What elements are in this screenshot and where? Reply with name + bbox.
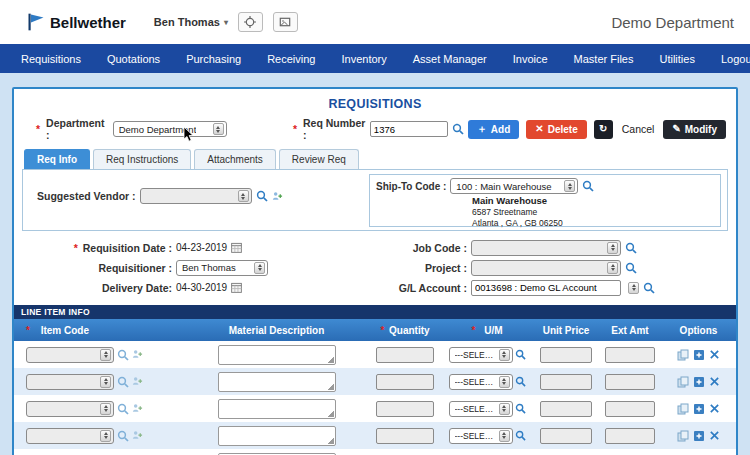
um-select[interactable]: ---SELECT- — [449, 401, 513, 417]
chevron-down-icon: ▾ — [224, 18, 228, 27]
col-material-description: Material Description — [184, 325, 369, 336]
calendar-icon[interactable] — [231, 242, 242, 253]
nav-invoice[interactable]: Invoice — [500, 53, 561, 65]
col-options: Options — [661, 325, 736, 336]
quantity-input — [376, 374, 434, 390]
tab-req-info[interactable]: Req Info — [24, 149, 90, 169]
nav-inventory[interactable]: Inventory — [328, 53, 399, 65]
tab-review-req[interactable]: Review Req — [279, 149, 359, 169]
search-icon[interactable] — [117, 403, 129, 415]
target-button[interactable] — [238, 12, 263, 32]
nav-purchasing[interactable]: Purchasing — [173, 53, 254, 65]
select-arrows-icon — [100, 430, 111, 442]
material-description-textarea[interactable] — [218, 372, 336, 392]
modify-button[interactable]: ✎Modify — [663, 120, 726, 139]
add-vendor-icon[interactable] — [272, 191, 283, 202]
header-form-row: * Department : Demo Department * Req Num… — [36, 117, 726, 141]
add-row-icon[interactable] — [693, 349, 705, 361]
add-item-icon[interactable] — [132, 376, 143, 387]
current-department-label: Demo Department — [611, 14, 734, 31]
action-buttons: ＋Add ✕Delete ↻ Cancel ✎Modify — [468, 120, 726, 139]
nav-master-files[interactable]: Master Files — [561, 53, 647, 65]
add-row-icon[interactable] — [693, 376, 705, 388]
search-icon[interactable] — [643, 282, 655, 294]
tab-bar: Req Info Req Instructions Attachments Re… — [24, 149, 728, 169]
suggested-vendor-select — [140, 188, 252, 204]
add-item-icon[interactable] — [132, 430, 143, 441]
um-select[interactable]: ---SELECT- — [449, 374, 513, 390]
quantity-input — [376, 428, 434, 444]
main-nav: Requisitions Quotations Purchasing Recei… — [0, 44, 750, 73]
nav-utilities[interactable]: Utilities — [646, 53, 707, 65]
refresh-button[interactable]: ↻ — [594, 120, 613, 139]
delete-row-icon[interactable] — [709, 349, 720, 360]
department-select[interactable]: Demo Department — [113, 121, 227, 137]
add-button[interactable]: ＋Add — [468, 120, 519, 139]
item-code-select — [26, 401, 114, 417]
search-icon[interactable] — [515, 349, 526, 360]
user-menu[interactable]: Ben Thomas ▾ — [154, 16, 228, 28]
table-row: ---SELECT- — [14, 395, 736, 422]
search-icon[interactable] — [582, 180, 594, 192]
bellwether-logo[interactable]: Bellwether — [26, 11, 126, 33]
nav-requisitions[interactable]: Requisitions — [8, 53, 94, 65]
delete-row-icon[interactable] — [709, 430, 720, 441]
unit-price-input — [540, 374, 592, 390]
ship-to-select[interactable]: 100 : Main Warehouse — [450, 178, 578, 194]
select-arrows-icon — [564, 180, 575, 192]
select-arrows-icon — [100, 403, 111, 415]
search-icon[interactable] — [625, 262, 637, 274]
add-item-icon[interactable] — [132, 349, 143, 360]
search-icon[interactable] — [117, 349, 129, 361]
ship-to-name: Main Warehouse — [472, 195, 714, 207]
select-arrows-icon — [499, 349, 510, 361]
search-icon[interactable] — [452, 123, 464, 135]
nav-quotations[interactable]: Quotations — [94, 53, 173, 65]
nav-asset-manager[interactable]: Asset Manager — [400, 53, 500, 65]
search-icon[interactable] — [515, 430, 526, 441]
material-description-textarea[interactable] — [218, 399, 336, 419]
unit-price-input — [540, 428, 592, 444]
copy-icon[interactable] — [677, 349, 689, 361]
search-icon[interactable] — [256, 190, 268, 202]
plus-icon: ＋ — [477, 124, 487, 134]
material-description-textarea[interactable] — [218, 345, 336, 365]
tab-attachments[interactable]: Attachments — [194, 149, 276, 169]
tab-req-instructions[interactable]: Req Instructions — [93, 149, 191, 169]
copy-icon[interactable] — [677, 376, 689, 388]
gl-account-input[interactable] — [471, 280, 621, 296]
search-icon[interactable] — [515, 403, 526, 414]
frame-button[interactable] — [273, 12, 298, 32]
target-icon — [244, 16, 256, 28]
req-number-input[interactable] — [370, 121, 448, 137]
delete-row-icon[interactable] — [709, 376, 720, 387]
item-code-select — [26, 374, 114, 390]
unit-price-input — [540, 401, 592, 417]
copy-icon[interactable] — [677, 430, 689, 442]
um-select[interactable]: ---SELECT- — [449, 428, 513, 444]
item-code-select — [26, 347, 114, 363]
requisitioner-select[interactable]: Ben Thomas — [176, 260, 268, 276]
ext-amt-input — [605, 374, 655, 390]
copy-icon[interactable] — [677, 403, 689, 415]
material-description-textarea[interactable] — [218, 426, 336, 446]
add-row-icon[interactable] — [693, 403, 705, 415]
logo-text: Bellwether — [50, 14, 126, 31]
add-row-icon[interactable] — [693, 430, 705, 442]
required-asterisk: * — [293, 123, 297, 135]
um-select[interactable]: ---SELECT- — [449, 347, 513, 363]
calendar-icon[interactable] — [231, 282, 242, 293]
delete-row-icon[interactable] — [709, 403, 720, 414]
top-bar: Bellwether Ben Thomas ▾ Demo Department — [0, 0, 750, 44]
search-icon[interactable] — [117, 430, 129, 442]
table-row: ---SELECT- — [14, 368, 736, 395]
cancel-button[interactable]: Cancel — [620, 120, 657, 139]
add-item-icon[interactable] — [132, 403, 143, 414]
suggested-vendor-group: Suggested Vendor : — [37, 188, 283, 204]
search-icon[interactable] — [625, 242, 637, 254]
search-icon[interactable] — [515, 376, 526, 387]
delete-button[interactable]: ✕Delete — [526, 120, 586, 139]
search-icon[interactable] — [117, 376, 129, 388]
nav-receiving[interactable]: Receiving — [254, 53, 328, 65]
nav-logout[interactable]: Logout — [708, 53, 750, 65]
